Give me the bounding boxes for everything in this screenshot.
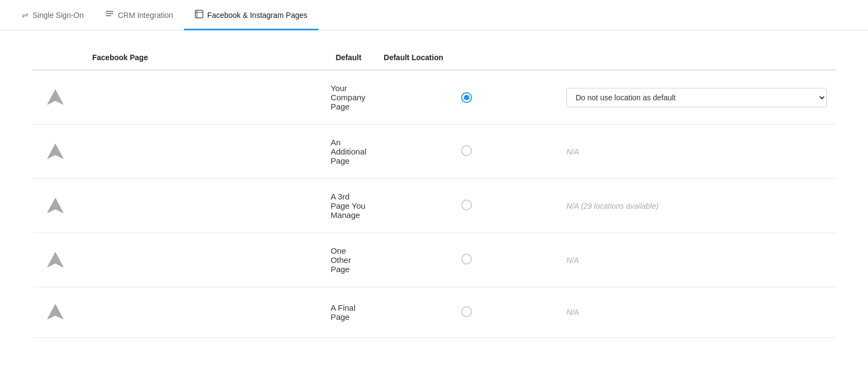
radio-button[interactable] bbox=[461, 254, 472, 265]
radio-button[interactable] bbox=[461, 200, 472, 210]
tab-facebook-label: Facebook & Instagram Pages bbox=[207, 11, 307, 20]
crm-icon bbox=[105, 10, 114, 20]
svg-marker-9 bbox=[48, 252, 63, 267]
svg-marker-7 bbox=[48, 144, 63, 158]
location-cell: N/A bbox=[558, 125, 835, 179]
default-radio-cell[interactable] bbox=[375, 287, 558, 338]
location-cell: N/A (29 locations available) bbox=[558, 179, 835, 233]
default-radio-cell[interactable] bbox=[375, 125, 558, 179]
svg-marker-10 bbox=[48, 305, 63, 319]
page-icon-cell bbox=[33, 233, 322, 287]
tab-crm-label: CRM Integration bbox=[118, 11, 173, 20]
page-icon-cell bbox=[33, 70, 322, 125]
radio-button[interactable] bbox=[461, 92, 472, 103]
page-name: An Additional Page bbox=[322, 125, 375, 179]
default-radio-cell[interactable] bbox=[375, 233, 558, 287]
svg-rect-1 bbox=[106, 13, 113, 14]
main-content: Facebook Page Default Default Location Y… bbox=[0, 30, 868, 354]
pages-table: Facebook Page Default Default Location Y… bbox=[33, 47, 835, 338]
svg-rect-2 bbox=[106, 15, 111, 16]
page-name: A Final Page bbox=[322, 287, 375, 338]
col-header-page: Facebook Page bbox=[33, 47, 322, 70]
default-radio-cell[interactable] bbox=[375, 179, 558, 233]
location-na-text: N/A bbox=[566, 308, 579, 317]
page-name: A 3rd Page You Manage bbox=[322, 179, 375, 233]
navigation-icon bbox=[43, 194, 67, 218]
table-row: An Additional PageN/A bbox=[33, 125, 835, 179]
location-na-text: N/A bbox=[566, 147, 579, 156]
svg-marker-8 bbox=[48, 198, 63, 213]
table-row: Your Company PageDo not use location as … bbox=[33, 70, 835, 125]
tab-sso-label: Single Sign-On bbox=[33, 11, 84, 20]
col-header-default: Default bbox=[322, 47, 375, 70]
page-icon-cell bbox=[33, 179, 322, 233]
location-select[interactable]: Do not use location as defaultUse as def… bbox=[566, 88, 827, 107]
col-header-location: Default Location bbox=[375, 47, 558, 70]
tab-sso[interactable]: ⇌ Single Sign-On bbox=[11, 1, 94, 30]
location-na-text: N/A bbox=[566, 256, 579, 265]
table-row: A 3rd Page You ManageN/A (29 locations a… bbox=[33, 179, 835, 233]
table-row: One Other PageN/A bbox=[33, 233, 835, 287]
svg-rect-3 bbox=[195, 10, 203, 18]
radio-button[interactable] bbox=[461, 306, 472, 317]
location-cell: N/A bbox=[558, 287, 835, 338]
navigation-icon bbox=[43, 248, 67, 272]
sso-icon: ⇌ bbox=[22, 10, 29, 20]
location-cell[interactable]: Do not use location as defaultUse as def… bbox=[558, 70, 835, 125]
location-cell: N/A bbox=[558, 233, 835, 287]
navigation-icon bbox=[43, 140, 67, 164]
tab-crm[interactable]: CRM Integration bbox=[94, 0, 184, 30]
location-na-text: N/A (29 locations available) bbox=[566, 202, 659, 210]
page-name: One Other Page bbox=[322, 233, 375, 287]
page-icon-cell bbox=[33, 287, 322, 338]
tab-bar: ⇌ Single Sign-On CRM Integration Faceboo… bbox=[0, 0, 868, 30]
default-radio-cell[interactable] bbox=[375, 70, 558, 125]
svg-marker-6 bbox=[48, 89, 63, 104]
navigation-icon bbox=[43, 86, 67, 110]
table-header-row: Facebook Page Default Default Location bbox=[33, 47, 835, 70]
radio-button[interactable] bbox=[461, 145, 472, 156]
page-name: Your Company Page bbox=[322, 70, 375, 125]
table-row: A Final PageN/A bbox=[33, 287, 835, 338]
navigation-icon bbox=[43, 300, 67, 324]
tab-facebook[interactable]: Facebook & Instagram Pages bbox=[184, 0, 318, 30]
page-icon-cell bbox=[33, 125, 322, 179]
svg-rect-0 bbox=[106, 11, 113, 12]
facebook-icon bbox=[195, 10, 203, 20]
